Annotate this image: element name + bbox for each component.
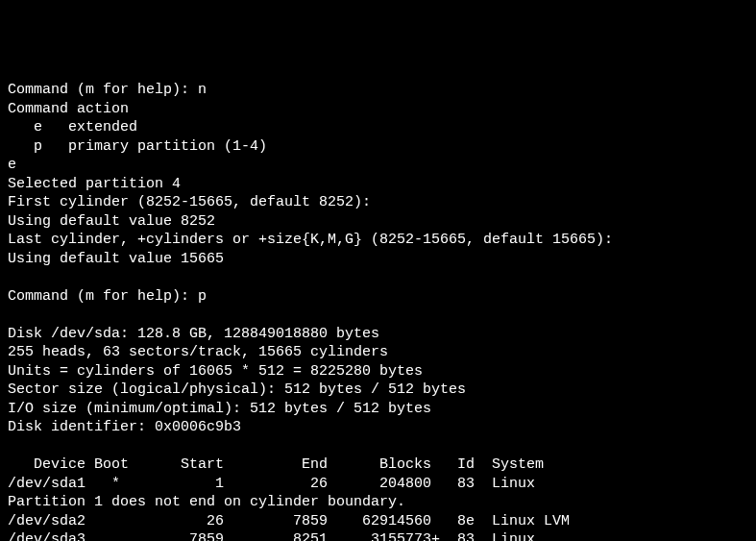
terminal-line: Command action: [8, 101, 129, 117]
terminal-line: e extended: [8, 119, 137, 135]
terminal-line: /dev/sda3 7859 8251 3155773+ 83 Linux: [8, 531, 535, 541]
terminal-line: Disk /dev/sda: 128.8 GB, 128849018880 by…: [8, 326, 379, 342]
terminal-line: First cylinder (8252-15665, default 8252…: [8, 194, 371, 210]
terminal-line: Command (m for help): n: [8, 82, 207, 98]
terminal-line: p primary partition (1-4): [8, 138, 267, 155]
terminal-line: Device Boot Start End Blocks Id System: [8, 456, 544, 473]
terminal-line: Last cylinder, +cylinders or +size{K,M,G…: [8, 232, 613, 248]
terminal-output: Command (m for help): n Command action e…: [8, 81, 748, 541]
terminal-line: 255 heads, 63 sectors/track, 15665 cylin…: [8, 344, 388, 360]
terminal-line: /dev/sda2 26 7859 62914560 8e Linux LVM: [8, 513, 570, 529]
terminal-line: Selected partition 4: [8, 176, 181, 192]
terminal-line: Sector size (logical/physical): 512 byte…: [8, 381, 466, 398]
terminal-line: Units = cylinders of 16065 * 512 = 82252…: [8, 363, 423, 380]
terminal-line: Using default value 15665: [8, 251, 224, 267]
terminal-line: Using default value 8252: [8, 213, 215, 230]
terminal-line: Command (m for help): p: [8, 288, 207, 305]
terminal-line: Partition 1 does not end on cylinder bou…: [8, 494, 405, 510]
terminal-line: I/O size (minimum/optimal): 512 bytes / …: [8, 401, 431, 417]
terminal-line: /dev/sda1 * 1 26 204800 83 Linux: [8, 476, 535, 492]
terminal-line: Disk identifier: 0x0006c9b3: [8, 419, 241, 435]
terminal-line: e: [8, 157, 16, 173]
